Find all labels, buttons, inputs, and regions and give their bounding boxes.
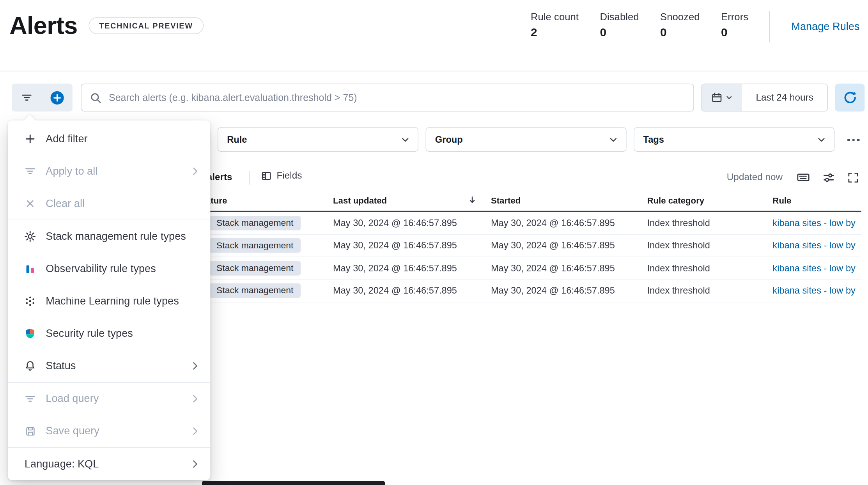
rule-cell: kibana sites - low by	[772, 218, 861, 228]
rule-category-cell: Index threshold	[647, 240, 710, 251]
header-stats: Rule count 2 Disabled 0 Snoozed 0 Errors…	[531, 11, 860, 42]
boxes-horizontal-icon	[847, 139, 850, 141]
column-header-last-updated[interactable]: Last updated	[333, 196, 387, 206]
fullscreen-button[interactable]	[847, 172, 859, 183]
last-updated-cell: May 30, 2024 @ 16:46:57.895	[333, 218, 457, 228]
rule-link[interactable]: kibana sites - low by	[772, 218, 856, 228]
menu-item-label: Clear all	[46, 197, 200, 209]
chevron-down-icon	[817, 135, 826, 144]
plus-icon	[25, 133, 36, 145]
search-bar	[81, 84, 694, 112]
filter-menu-popover: Add filter Apply to all Clear all Stack …	[8, 120, 210, 480]
add-filter-button[interactable]	[42, 84, 73, 112]
menu-item-label: Language: KQL	[25, 458, 180, 470]
bell-icon	[25, 360, 36, 372]
menu-item-load-query[interactable]: Load query	[8, 382, 210, 415]
menu-item-status[interactable]: Status	[8, 350, 210, 382]
filter-menu-button[interactable]	[12, 84, 42, 112]
security-shield-icon	[25, 328, 36, 339]
updated-now-text: Updated now	[727, 172, 783, 183]
page-scale-wrapper: Alerts TECHNICAL PREVIEW Rule count 2 Di…	[0, 0, 868, 485]
more-filters-button[interactable]	[842, 132, 865, 148]
menu-item-label: Apply to all	[46, 165, 180, 177]
sort-descending-icon[interactable]	[468, 195, 477, 205]
rule-cell: kibana sites - low by	[772, 263, 861, 273]
group-filter-select[interactable]: Group	[426, 127, 627, 152]
tags-filter-label: Tags	[643, 134, 664, 145]
rule-link[interactable]: kibana sites - low by	[772, 285, 856, 296]
bottom-bar-fragment	[202, 481, 385, 485]
filter-icon	[21, 92, 33, 103]
chevron-right-icon	[190, 166, 200, 176]
alerts-page: Alerts TECHNICAL PREVIEW Rule count 2 Di…	[0, 0, 868, 485]
stat-label: Snoozed	[660, 11, 700, 23]
toolbar-right: Updated now	[727, 171, 859, 184]
refresh-button[interactable]	[835, 84, 865, 112]
rule-link[interactable]: kibana sites - low by	[772, 240, 856, 250]
menu-item-stack-management-rule-types[interactable]: Stack management rule types	[8, 220, 210, 253]
gear-icon	[25, 231, 36, 242]
menu-item-label: Machine Learning rule types	[46, 295, 200, 307]
rule-category-cell: Index threshold	[647, 285, 710, 296]
observability-icon	[25, 263, 36, 274]
feature-cell: Stack management	[209, 283, 300, 298]
manage-rules-link[interactable]: Manage Rules	[791, 21, 859, 33]
menu-item-add-filter[interactable]: Add filter	[8, 123, 210, 155]
feature-badge: Stack management	[209, 238, 300, 253]
save-icon	[25, 426, 36, 437]
plus-in-circle-icon	[50, 90, 65, 105]
started-cell: May 30, 2024 @ 16:46:57.895	[491, 263, 615, 273]
alerts-count-label: alerts	[207, 172, 232, 183]
refresh-icon	[843, 91, 856, 104]
rule-filter-label: Rule	[227, 134, 247, 145]
rule-category-cell: Index threshold	[647, 263, 710, 273]
tags-filter-select[interactable]: Tags	[634, 127, 834, 152]
menu-item-language-kql[interactable]: Language: KQL	[8, 448, 210, 480]
fields-button[interactable]: Fields	[258, 170, 305, 182]
page-title: Alerts	[9, 10, 77, 41]
menu-item-label: Observability rule types	[46, 263, 200, 275]
menu-item-save-query[interactable]: Save query	[8, 415, 210, 447]
stat-value: 0	[600, 26, 639, 39]
menu-item-apply-to-all[interactable]: Apply to all	[8, 155, 210, 188]
rule-link[interactable]: kibana sites - low by	[772, 263, 856, 273]
stat-disabled: Disabled 0	[600, 11, 639, 42]
menu-item-observability-rule-types[interactable]: Observability rule types	[8, 253, 210, 285]
search-icon	[90, 92, 101, 103]
cross-icon	[25, 198, 36, 209]
keyboard-shortcuts-button[interactable]	[797, 171, 810, 184]
column-header-started[interactable]: Started	[491, 196, 521, 206]
time-range-button[interactable]: Last 24 hours	[742, 84, 827, 111]
fields-button-label: Fields	[277, 170, 302, 181]
filter-icon	[25, 393, 36, 405]
column-header-rule[interactable]: Rule	[772, 196, 791, 206]
menu-item-label: Save query	[46, 425, 180, 437]
rule-filter-select[interactable]: Rule	[218, 127, 418, 152]
menu-item-label: Security rule types	[46, 327, 200, 340]
menu-item-clear-all[interactable]: Clear all	[8, 188, 210, 220]
menu-item-security-rule-types[interactable]: Security rule types	[8, 317, 210, 350]
filter-icon	[25, 166, 36, 177]
started-cell: May 30, 2024 @ 16:46:57.895	[491, 240, 615, 251]
menu-item-machine-learning-rule-types[interactable]: Machine Learning rule types	[8, 285, 210, 317]
started-cell: May 30, 2024 @ 16:46:57.895	[491, 218, 615, 228]
header-divider	[0, 71, 868, 71]
chevron-down-icon	[400, 135, 410, 144]
column-header-rule-category[interactable]: Rule category	[647, 196, 704, 206]
stat-label: Rule count	[531, 11, 579, 23]
fields-icon	[261, 170, 272, 181]
last-updated-cell: May 30, 2024 @ 16:46:57.895	[333, 285, 457, 296]
stat-rule-count: Rule count 2	[531, 11, 579, 42]
calendar-icon	[711, 92, 722, 103]
group-filter-label: Group	[435, 134, 463, 145]
display-options-button[interactable]	[823, 172, 834, 183]
chevron-right-icon	[190, 361, 200, 371]
menu-item-label: Load query	[46, 393, 180, 405]
chevron-down-icon	[725, 94, 733, 101]
started-cell: May 30, 2024 @ 16:46:57.895	[491, 285, 615, 296]
rule-category-cell: Index threshold	[647, 218, 710, 228]
feature-badge: Stack management	[209, 283, 300, 298]
date-picker: Last 24 hours	[701, 84, 828, 112]
search-input[interactable]	[108, 91, 685, 104]
date-picker-quick-menu-button[interactable]	[702, 84, 742, 111]
